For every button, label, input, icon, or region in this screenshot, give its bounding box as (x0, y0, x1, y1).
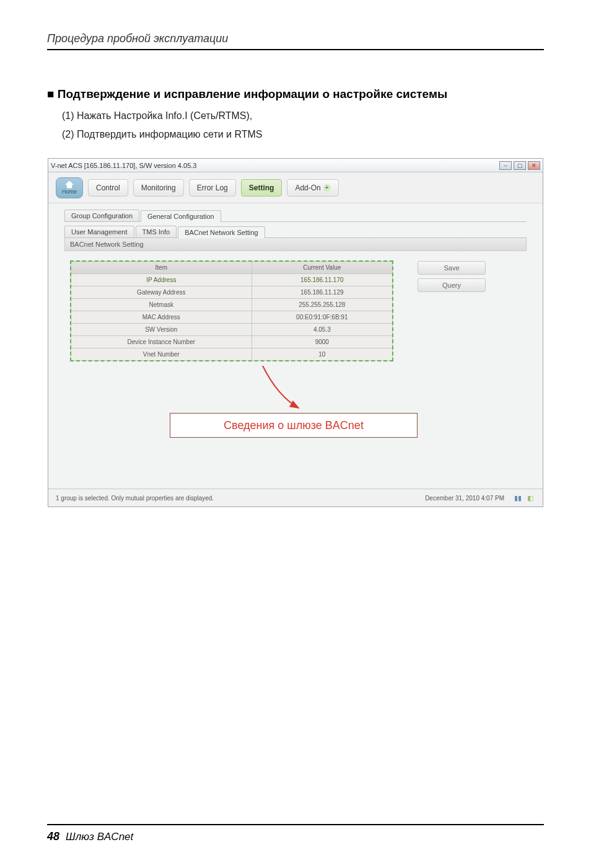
status-indicator-icon: ▮▮ (513, 493, 523, 503)
status-network-icon: ◧ (525, 493, 535, 503)
home-label: Home (62, 188, 77, 195)
row-mac-value: 00:E0:91:0F:6B:91 (252, 311, 392, 324)
app-window: V-net ACS [165.186.11.170], S/W version … (48, 158, 543, 507)
row-netmask-item: Netmask (71, 299, 252, 311)
page-number: 48 (47, 830, 59, 843)
home-button[interactable]: Home (56, 177, 83, 198)
row-sw-value: 4.05.3 (252, 324, 392, 336)
tabs-level-1: Group Configuration General Configuratio… (64, 210, 527, 222)
status-left: 1 group is selected. Only mutual propert… (56, 495, 214, 502)
tab-error-log[interactable]: Error Log (189, 179, 236, 197)
status-icons: ▮▮ ◧ (513, 493, 535, 503)
step-2: (2) Подтвердить информацию сети и RTMS (62, 127, 544, 142)
tabs-level-2: User Management TMS Info BACnet Network … (64, 226, 527, 238)
maximize-button[interactable]: ▢ (514, 161, 526, 170)
row-vnet-item: Vnet Number (71, 348, 252, 361)
section-title: ■ Подтверждение и исправление информации… (47, 87, 544, 101)
settings-table-frame: Item Current Value IP Address 165.186.11… (71, 261, 393, 361)
statusbar: 1 group is selected. Only mutual propert… (48, 489, 543, 507)
section-label: BACnet Network Setting (64, 238, 527, 251)
header-rule (47, 49, 544, 50)
annotation-area: Сведения о шлюзе BACnet (64, 367, 527, 485)
tab-tms-info[interactable]: TMS Info (136, 226, 177, 237)
footer: 48 Шлюз BACnet (47, 830, 544, 843)
row-vnet-value: 10 (252, 348, 392, 361)
tab-control[interactable]: Control (88, 179, 128, 197)
running-head: Процедура пробной эксплуатации (47, 32, 544, 45)
ribbon: Home Control Monitoring Error Log Settin… (48, 172, 543, 203)
window-title: V-net ACS [165.186.11.170], S/W version … (51, 162, 196, 169)
tab-monitoring[interactable]: Monitoring (133, 179, 184, 197)
side-buttons: Save Query (393, 261, 498, 361)
row-mac-item: MAC Address (71, 311, 252, 324)
row-gw-value: 165.186.11.129 (252, 286, 392, 299)
footer-rule (47, 824, 544, 825)
row-netmask-value: 255.255.255.128 (252, 299, 392, 311)
row-gw-item: Gateway Address (71, 286, 252, 299)
plus-icon: + (323, 184, 331, 192)
tab-group-config[interactable]: Group Configuration (64, 210, 139, 221)
tab-general-config[interactable]: General Configuration (141, 210, 221, 222)
row-ip-item: IP Address (71, 274, 252, 286)
content-area: Item Current Value IP Address 165.186.11… (64, 251, 527, 367)
titlebar-buttons: – ▢ ✕ (499, 161, 540, 170)
query-button[interactable]: Query (418, 278, 486, 292)
settings-table: Item Current Value IP Address 165.186.11… (71, 261, 393, 361)
col-item: Item (71, 262, 252, 274)
titlebar: V-net ACS [165.186.11.170], S/W version … (48, 159, 543, 172)
save-button[interactable]: Save (418, 261, 486, 275)
tab-user-management[interactable]: User Management (64, 226, 134, 237)
callout-arrow-icon (250, 366, 312, 415)
row-devinst-value: 9000 (252, 336, 392, 348)
row-devinst-item: Device Instance Number (71, 336, 252, 348)
screenshot-figure: V-net ACS [165.186.11.170], S/W version … (47, 158, 544, 507)
minimize-button[interactable]: – (499, 161, 512, 170)
product-name: Шлюз BACnet (66, 831, 133, 843)
callout-text: Сведения о шлюзе BACnet (224, 419, 364, 432)
home-icon (65, 181, 74, 188)
tab-addon[interactable]: Add-On + (287, 179, 338, 197)
status-right: December 31, 2010 4:07 PM (425, 495, 504, 502)
col-value: Current Value (252, 262, 392, 274)
tab-bacnet-network[interactable]: BACnet Network Setting (178, 226, 265, 238)
row-ip-value: 165.186.11.170 (252, 274, 392, 286)
row-sw-item: SW Version (71, 324, 252, 336)
tab-setting[interactable]: Setting (241, 179, 282, 197)
step-1: (1) Нажать Настройка Info.I (Сеть/RTMS), (62, 108, 544, 123)
callout-box: Сведения о шлюзе BACnet (170, 413, 418, 438)
close-button[interactable]: ✕ (528, 161, 540, 170)
tab-addon-label: Add-On (295, 184, 320, 192)
